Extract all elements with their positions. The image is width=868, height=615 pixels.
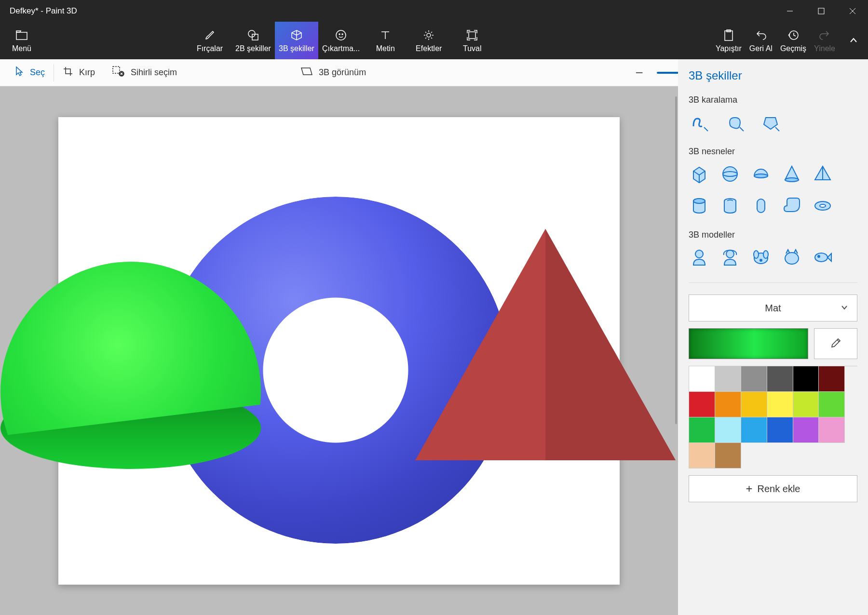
cylinder-button[interactable]: [689, 195, 710, 216]
cube-button[interactable]: [689, 163, 710, 185]
hemisphere-button[interactable]: [750, 163, 772, 185]
crop-tool[interactable]: Kırp: [54, 59, 104, 86]
models-section-label: 3B modeller: [689, 230, 857, 240]
color-palette: [689, 366, 857, 468]
dog-model-button[interactable]: [750, 247, 772, 268]
tab-3d-shapes[interactable]: 3B şekiller: [275, 22, 318, 59]
tab-2d-shapes[interactable]: 2B şekiller: [231, 22, 275, 59]
clipboard-icon: [723, 28, 734, 42]
color-swatch-0[interactable]: [689, 366, 715, 392]
color-swatch-7[interactable]: [715, 392, 741, 417]
sphere-button[interactable]: [719, 163, 741, 185]
svg-point-27: [820, 204, 826, 207]
color-swatch-8[interactable]: [741, 392, 767, 417]
minimize-button[interactable]: [774, 0, 805, 22]
svg-point-35: [815, 253, 827, 262]
collapse-ribbon-button[interactable]: [839, 22, 868, 59]
color-swatch-17[interactable]: [819, 417, 845, 443]
color-swatch-16[interactable]: [793, 417, 819, 443]
close-button[interactable]: [837, 0, 868, 22]
menu-label: Menü: [12, 44, 31, 53]
plus-icon: +: [746, 482, 753, 495]
chevron-down-icon: [841, 303, 848, 314]
svg-point-17: [723, 167, 737, 181]
color-swatch-12[interactable]: [689, 417, 715, 443]
redo-icon: [819, 28, 830, 42]
add-color-button[interactable]: + Renk ekle: [689, 475, 857, 502]
eyedropper-button[interactable]: [814, 328, 857, 359]
color-swatch-3[interactable]: [767, 366, 793, 392]
doodle-soft-button[interactable]: [689, 112, 710, 133]
current-color-swatch[interactable]: [689, 328, 808, 359]
color-swatch-4[interactable]: [793, 366, 819, 392]
doodle-tube-button[interactable]: [760, 112, 781, 133]
redo-button[interactable]: Yinele: [810, 22, 839, 59]
objects-section-label: 3B nesneler: [689, 147, 857, 157]
color-swatch-1[interactable]: [715, 366, 741, 392]
color-swatch-6[interactable]: [689, 392, 715, 417]
cone-button[interactable]: [781, 163, 802, 185]
svg-rect-12: [725, 31, 732, 40]
color-swatch-19[interactable]: [715, 443, 741, 468]
tab-effects[interactable]: Efektler: [407, 22, 450, 59]
view-3d-icon: [300, 67, 313, 79]
menu-button[interactable]: Menü: [0, 22, 43, 59]
sticker-icon: [335, 28, 347, 42]
woman-model-button[interactable]: [719, 247, 741, 268]
brush-icon: [204, 28, 216, 42]
fish-model-button[interactable]: [812, 247, 833, 268]
tab-text[interactable]: Metin: [364, 22, 407, 59]
material-dropdown[interactable]: Mat: [689, 294, 857, 321]
color-swatch-11[interactable]: [819, 392, 845, 417]
undo-icon: [755, 28, 767, 42]
svg-point-22: [693, 199, 705, 203]
cat-model-button[interactable]: [781, 247, 802, 268]
tab-stickers[interactable]: Çıkartma...: [318, 22, 364, 59]
right-panel: 3B şekiller 3B karalama 3B nesneler 3B m…: [678, 59, 868, 615]
color-swatch-13[interactable]: [715, 417, 741, 443]
svg-point-8: [339, 34, 340, 35]
pyramid-button[interactable]: [812, 163, 833, 185]
zoom-out-button[interactable]: −: [632, 65, 647, 80]
ribbon: Menü Fırçalar 2B şekiller 3B şekiller Çı…: [0, 22, 868, 59]
color-swatch-18[interactable]: [689, 443, 715, 468]
canvas-scrollbar[interactable]: [675, 96, 677, 424]
magic-select-icon: [112, 66, 125, 79]
svg-rect-15: [113, 67, 120, 73]
crop-icon: [63, 66, 73, 79]
color-swatch-5[interactable]: [819, 366, 845, 392]
svg-point-20: [785, 178, 799, 182]
maximize-button[interactable]: [805, 0, 837, 22]
undo-button[interactable]: Geri Al: [746, 22, 776, 59]
select-tool[interactable]: Seç: [6, 59, 54, 86]
shapes-2d-icon: [247, 28, 259, 42]
tab-canvas[interactable]: Tuval: [450, 22, 494, 59]
color-swatch-9[interactable]: [767, 392, 793, 417]
paste-button[interactable]: Yapıştır: [712, 22, 746, 59]
objects-grid: [689, 163, 857, 216]
color-swatch-10[interactable]: [793, 392, 819, 417]
color-swatch-2[interactable]: [741, 366, 767, 392]
canvas-icon: [466, 28, 478, 42]
canvas[interactable]: [58, 117, 620, 585]
tube-button[interactable]: [719, 195, 741, 216]
workspace[interactable]: [0, 86, 678, 615]
panel-title: 3B şekiller: [689, 69, 857, 82]
magic-select-tool[interactable]: Sihirli seçim: [104, 59, 186, 86]
doodle-hard-button[interactable]: [724, 112, 746, 133]
view-3d-button[interactable]: 3B görünüm: [292, 59, 375, 86]
color-swatch-15[interactable]: [767, 417, 793, 443]
history-button[interactable]: Geçmiş: [776, 22, 810, 59]
color-swatch-14[interactable]: [741, 417, 767, 443]
man-model-button[interactable]: [689, 247, 710, 268]
torus-button[interactable]: [812, 195, 833, 216]
curved-cylinder-button[interactable]: [781, 195, 802, 216]
pyramid-shade: [545, 229, 676, 460]
capsule-button[interactable]: [750, 195, 772, 216]
add-color-label: Renk ekle: [758, 483, 800, 495]
svg-point-9: [342, 34, 343, 35]
tab-brushes[interactable]: Fırçalar: [188, 22, 231, 59]
svg-point-33: [760, 259, 762, 261]
svg-point-34: [785, 253, 799, 264]
window-title: Defkey* - Paint 3D: [10, 6, 77, 16]
